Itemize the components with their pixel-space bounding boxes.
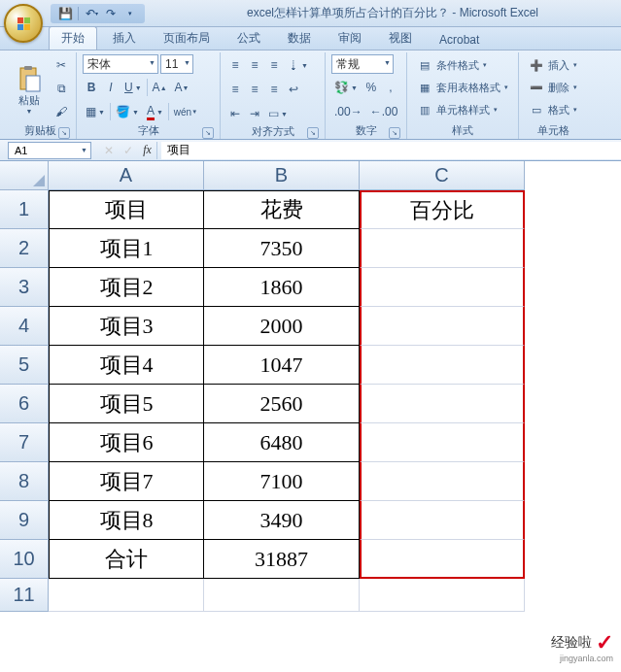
cell-c2[interactable]	[360, 229, 525, 268]
shrink-font-button[interactable]: A▼	[172, 77, 192, 98]
cell-b3[interactable]: 1860	[204, 268, 360, 307]
cell-a10[interactable]: 合计	[49, 540, 204, 579]
cell-b7[interactable]: 6480	[204, 423, 360, 462]
cell-c7[interactable]	[360, 423, 525, 462]
col-header-a[interactable]: A	[49, 161, 204, 190]
cell-b8[interactable]: 7100	[204, 462, 360, 501]
name-box[interactable]: A1▼	[8, 142, 91, 159]
cell-b11[interactable]	[204, 579, 360, 612]
qat-customize-icon[interactable]: ▾	[123, 7, 137, 20]
number-format-combo[interactable]: 常规▼	[331, 54, 394, 74]
cut-button[interactable]: ✂	[52, 54, 70, 76]
percent-button[interactable]: %	[362, 77, 380, 98]
align-top-button[interactable]: ≡	[226, 54, 244, 76]
undo-icon[interactable]: ↶▾	[85, 7, 98, 20]
row-header[interactable]: 5	[0, 346, 49, 385]
number-launcher[interactable]: ↘	[389, 127, 400, 139]
cell-a4[interactable]: 项目3	[49, 307, 204, 346]
align-right-button[interactable]: ≡	[265, 79, 283, 100]
orientation-button[interactable]: ⭭▼	[285, 54, 311, 76]
cell-a1[interactable]: 项目	[49, 190, 204, 229]
tab-home[interactable]: 开始	[49, 26, 97, 50]
delete-cells-button[interactable]: ➖删除▾	[525, 77, 581, 98]
redo-icon[interactable]: ↷	[104, 7, 118, 20]
row-header[interactable]: 9	[0, 501, 49, 540]
row-header[interactable]: 1	[0, 190, 49, 229]
fill-color-button[interactable]: 🪣▼	[113, 101, 142, 122]
cell-a8[interactable]: 项目7	[49, 462, 204, 501]
phonetic-button[interactable]: wén▼	[171, 101, 200, 122]
tab-formulas[interactable]: 公式	[225, 27, 272, 50]
cell-b9[interactable]: 3490	[204, 501, 360, 540]
tab-data[interactable]: 数据	[276, 27, 323, 50]
cell-c10[interactable]	[360, 540, 525, 579]
cancel-icon[interactable]: ✕	[104, 144, 114, 157]
wrap-text-button[interactable]: ↩	[285, 79, 302, 100]
formula-input[interactable]: 项目	[161, 142, 621, 159]
cell-a7[interactable]: 项目6	[49, 423, 204, 462]
cell-b6[interactable]: 2560	[204, 385, 360, 423]
row-header[interactable]: 8	[0, 462, 49, 501]
align-middle-button[interactable]: ≡	[246, 54, 263, 76]
decrease-decimal-button[interactable]: ←.00	[367, 101, 401, 122]
currency-button[interactable]: 💱▼	[331, 77, 361, 98]
accept-icon[interactable]: ✓	[123, 144, 133, 157]
clipboard-launcher[interactable]: ↘	[58, 127, 70, 139]
col-header-c[interactable]: C	[360, 161, 525, 190]
cell-a2[interactable]: 项目1	[49, 229, 204, 268]
row-header[interactable]: 11	[0, 579, 49, 612]
row-header[interactable]: 4	[0, 307, 49, 346]
col-header-b[interactable]: B	[204, 161, 360, 190]
cell-c5[interactable]	[360, 346, 525, 385]
office-button[interactable]	[4, 4, 43, 43]
italic-button[interactable]: I	[102, 77, 120, 98]
save-icon[interactable]: 💾	[58, 7, 72, 20]
underline-button[interactable]: U▼	[121, 77, 145, 98]
alignment-launcher[interactable]: ↘	[307, 127, 319, 139]
cell-c8[interactable]	[360, 462, 525, 501]
cell-a9[interactable]: 项目8	[49, 501, 204, 540]
cell-c4[interactable]	[360, 307, 525, 346]
cell-c11[interactable]	[360, 579, 525, 612]
merge-button[interactable]: ▭▼	[265, 103, 291, 124]
row-header[interactable]: 3	[0, 268, 49, 307]
grow-font-button[interactable]: A▲	[150, 77, 170, 98]
format-as-table-button[interactable]: ▦套用表格格式▾	[413, 77, 512, 98]
cell-b1[interactable]: 花费	[204, 190, 360, 229]
tab-insert[interactable]: 插入	[101, 27, 148, 50]
borders-button[interactable]: ▦▼	[83, 101, 108, 122]
tab-acrobat[interactable]: Acrobat	[428, 30, 491, 50]
cell-b10[interactable]: 31887	[204, 540, 360, 579]
comma-button[interactable]: ,	[382, 77, 399, 98]
row-header[interactable]: 6	[0, 385, 49, 423]
row-header[interactable]: 2	[0, 229, 49, 268]
select-all-corner[interactable]	[0, 161, 49, 190]
cell-c6[interactable]	[360, 385, 525, 423]
cell-b2[interactable]: 7350	[204, 229, 360, 268]
font-color-button[interactable]: A▼	[144, 101, 166, 122]
cell-c9[interactable]	[360, 501, 525, 540]
tab-review[interactable]: 审阅	[327, 27, 373, 50]
cell-c3[interactable]	[360, 268, 525, 307]
align-bottom-button[interactable]: ≡	[265, 54, 283, 76]
tab-view[interactable]: 视图	[377, 27, 424, 50]
cell-a3[interactable]: 项目2	[49, 268, 204, 307]
cell-b5[interactable]: 1047	[204, 346, 360, 385]
font-size-combo[interactable]: 11▼	[160, 54, 193, 74]
format-cells-button[interactable]: ▭格式▾	[525, 99, 581, 120]
format-painter-button[interactable]: 🖌	[52, 101, 70, 122]
align-left-button[interactable]: ≡	[226, 79, 244, 100]
insert-cells-button[interactable]: ➕插入▾	[525, 54, 581, 76]
bold-button[interactable]: B	[83, 77, 100, 98]
tab-layout[interactable]: 页面布局	[152, 27, 222, 50]
cell-c1[interactable]: 百分比	[360, 190, 525, 229]
font-name-combo[interactable]: 宋体▼	[83, 54, 158, 74]
cell-a5[interactable]: 项目4	[49, 346, 204, 385]
conditional-format-button[interactable]: ▤条件格式▾	[413, 54, 512, 76]
increase-indent-button[interactable]: ⇥	[246, 103, 263, 124]
cell-styles-button[interactable]: ▥单元格样式▾	[413, 99, 512, 120]
paste-button[interactable]: 粘贴 ▼	[10, 54, 49, 123]
cell-a6[interactable]: 项目5	[49, 385, 204, 423]
cell-b4[interactable]: 2000	[204, 307, 360, 346]
copy-button[interactable]: ⧉	[52, 78, 70, 99]
